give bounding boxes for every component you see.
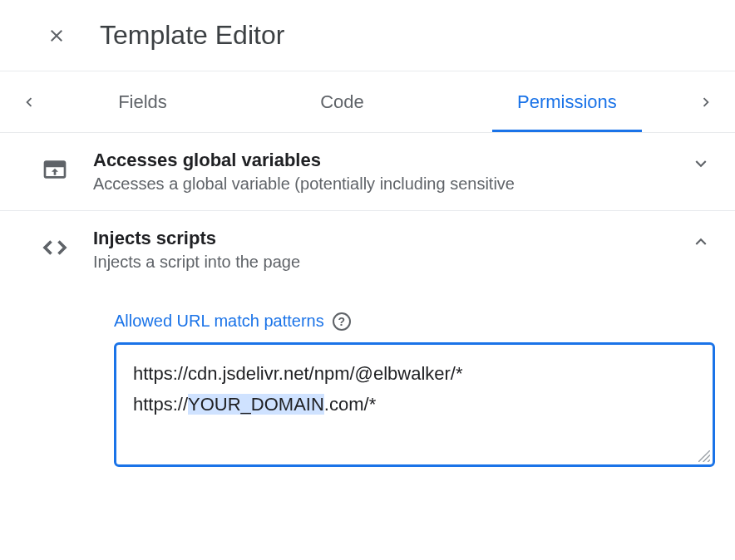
allowed-url-label: Allowed URL match patterns — [114, 312, 324, 331]
chevron-up-icon — [690, 231, 712, 253]
chevron-left-icon — [20, 93, 38, 111]
globals-icon — [40, 155, 70, 184]
code-brackets-icon — [40, 233, 70, 263]
panel-subtitle: Accesses a global variable (potentially … — [93, 174, 663, 194]
close-icon — [47, 26, 67, 46]
panel-content: Injects scripts Injects a script into th… — [93, 228, 663, 272]
expand-toggle[interactable] — [687, 150, 715, 178]
url-text: .com/* — [324, 394, 376, 415]
url-text: https:// — [133, 394, 188, 415]
browser-upload-icon — [42, 156, 68, 183]
chevron-down-icon — [690, 153, 712, 174]
inject-panel-body: Allowed URL match patterns ? https://cdn… — [0, 288, 735, 487]
field-label-row: Allowed URL match patterns ? — [114, 312, 715, 331]
tab-code[interactable]: Code — [295, 71, 389, 132]
url-pattern-line: https://cdn.jsdelivr.net/npm/@elbwalker/… — [133, 358, 696, 389]
tabs-scroll-right[interactable] — [693, 93, 718, 111]
permission-panel-inject[interactable]: Injects scripts Injects a script into th… — [0, 211, 735, 288]
panel-subtitle: Injects a script into the page — [93, 253, 663, 272]
help-icon[interactable]: ? — [333, 312, 351, 331]
collapse-toggle[interactable] — [687, 228, 715, 256]
chevron-right-icon — [697, 93, 715, 111]
tabs-row: Fields Code Permissions — [0, 71, 735, 132]
resize-handle-icon[interactable] — [698, 450, 710, 462]
url-placeholder-highlight: YOUR_DOMAIN — [188, 394, 324, 415]
tab-fields[interactable]: Fields — [93, 71, 192, 132]
panel-content: Accesses global variables Accesses a glo… — [93, 150, 663, 194]
panel-title: Injects scripts — [93, 228, 663, 249]
tabs-scroll-left[interactable] — [17, 93, 42, 111]
page-title: Template Editor — [100, 20, 284, 51]
url-pattern-line: https://YOUR_DOMAIN.com/* — [133, 389, 696, 420]
panel-title: Accesses global variables — [93, 150, 663, 171]
permission-panel-globals[interactable]: Accesses global variables Accesses a glo… — [0, 132, 735, 211]
tabs: Fields Code Permissions — [42, 71, 693, 132]
allowed-url-patterns-input[interactable]: https://cdn.jsdelivr.net/npm/@elbwalker/… — [114, 342, 715, 467]
inject-icon — [40, 233, 70, 263]
close-button[interactable] — [47, 26, 67, 46]
tab-permissions[interactable]: Permissions — [492, 71, 642, 132]
